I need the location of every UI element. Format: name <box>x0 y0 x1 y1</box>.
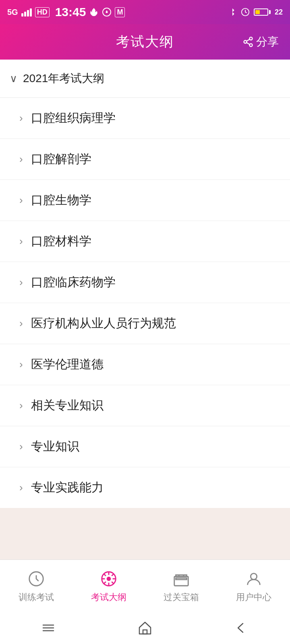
chevron-right-icon: › <box>19 317 23 330</box>
hd-badge: HD <box>35 7 50 17</box>
share-label: 分享 <box>256 34 279 50</box>
content-area: ∨ 2021年考试大纲 › 口腔组织病理学 › 口腔解剖学 › 口腔生物学 › … <box>0 60 290 559</box>
bluetooth-icon <box>228 8 237 17</box>
m-badge: M <box>115 7 125 17</box>
svg-point-4 <box>250 37 253 40</box>
tab-user-label: 用户中心 <box>236 591 271 603</box>
list-item[interactable]: › 医学伦理道德 <box>0 344 290 385</box>
list-item[interactable]: › 相关专业知识 <box>0 385 290 426</box>
tab-treasure-label: 过关宝箱 <box>164 591 199 603</box>
svg-line-16 <box>104 574 106 576</box>
tab-bar: 训练考试 考试大纲 <box>0 559 290 612</box>
chevron-right-icon: › <box>19 440 23 453</box>
item-label: 口腔材料学 <box>31 233 91 250</box>
tree-children: › 口腔组织病理学 › 口腔解剖学 › 口腔生物学 › 口腔材料学 › 口腔临床… <box>0 98 290 508</box>
tab-syllabus-label: 考试大纲 <box>91 591 126 603</box>
svg-line-19 <box>104 582 106 584</box>
compass-icon <box>102 7 112 17</box>
chevron-right-icon: › <box>19 194 23 206</box>
system-nav-bar <box>0 612 290 644</box>
chevron-right-icon: › <box>19 276 23 289</box>
clock-icon <box>241 8 250 17</box>
list-item[interactable]: › 专业知识 <box>0 426 290 467</box>
tree-root-item[interactable]: ∨ 2021年考试大纲 <box>0 60 290 98</box>
time-display: 13:45 <box>55 5 86 19</box>
svg-rect-21 <box>176 578 187 580</box>
svg-point-11 <box>107 577 110 580</box>
chevron-right-icon: › <box>19 481 23 494</box>
flame-icon <box>89 7 99 17</box>
svg-point-2 <box>106 12 108 13</box>
svg-marker-28 <box>139 622 151 634</box>
list-item[interactable]: › 口腔生物学 <box>0 180 290 221</box>
share-button[interactable]: 分享 <box>242 34 279 50</box>
list-item[interactable]: › 医疗机构从业人员行为规范 <box>0 303 290 344</box>
chevron-down-icon: ∨ <box>10 72 17 85</box>
chevron-right-icon: › <box>19 399 23 412</box>
status-right: 22 <box>228 8 283 17</box>
tab-train[interactable]: 训练考试 <box>0 569 72 603</box>
svg-line-17 <box>112 582 114 584</box>
battery-text: 22 <box>275 8 283 17</box>
list-item[interactable]: › 口腔临床药物学 <box>0 262 290 303</box>
tab-treasure[interactable]: 过关宝箱 <box>145 569 218 603</box>
chevron-right-icon: › <box>19 112 23 124</box>
status-left: 5G HD 13:45 M <box>7 5 125 19</box>
tab-train-label: 训练考试 <box>19 591 54 603</box>
list-item[interactable]: › 口腔材料学 <box>0 221 290 262</box>
svg-line-18 <box>112 574 114 576</box>
list-item[interactable]: › 口腔解剖学 <box>0 139 290 180</box>
list-item[interactable]: › 口腔组织病理学 <box>0 98 290 139</box>
list-item[interactable]: › 专业实践能力 <box>0 467 290 508</box>
item-label: 相关专业知识 <box>31 397 104 414</box>
item-label: 医疗机构从业人员行为规范 <box>31 315 176 332</box>
chevron-right-icon: › <box>19 358 23 371</box>
item-label: 专业知识 <box>31 438 79 455</box>
signal-icon <box>21 8 32 17</box>
svg-point-6 <box>250 44 253 47</box>
svg-point-5 <box>244 41 247 43</box>
nav-home-button[interactable] <box>133 616 157 640</box>
tab-syllabus[interactable]: 考试大纲 <box>72 569 145 603</box>
page-title: 考试大纲 <box>116 33 174 51</box>
item-label: 口腔生物学 <box>31 192 91 208</box>
item-label: 专业实践能力 <box>31 479 104 496</box>
item-label: 口腔临床药物学 <box>31 274 116 291</box>
network-label: 5G <box>7 8 18 17</box>
item-label: 口腔组织病理学 <box>31 110 116 126</box>
chevron-right-icon: › <box>19 153 23 165</box>
svg-point-24 <box>251 573 257 579</box>
battery-indicator <box>254 8 271 16</box>
empty-content-area <box>0 508 290 559</box>
tab-train-icon <box>26 569 46 589</box>
svg-line-7 <box>246 43 250 45</box>
item-label: 医学伦理道德 <box>31 356 104 373</box>
chevron-right-icon: › <box>19 235 23 248</box>
tab-user-icon <box>244 569 264 589</box>
tab-treasure-icon <box>171 569 191 589</box>
svg-line-8 <box>246 39 250 41</box>
svg-rect-29 <box>143 630 147 634</box>
app-header: 考试大纲 分享 <box>0 24 290 60</box>
tree-root-label: 2021年考试大纲 <box>23 71 104 86</box>
tree-root: ∨ 2021年考试大纲 › 口腔组织病理学 › 口腔解剖学 › 口腔生物学 › … <box>0 60 290 508</box>
item-label: 口腔解剖学 <box>31 151 91 167</box>
tab-user[interactable]: 用户中心 <box>218 569 290 603</box>
nav-menu-button[interactable] <box>36 616 60 640</box>
share-icon <box>242 36 254 47</box>
nav-back-button[interactable] <box>230 616 254 640</box>
tab-syllabus-icon <box>99 569 119 589</box>
status-bar: 5G HD 13:45 M 22 <box>0 0 290 24</box>
